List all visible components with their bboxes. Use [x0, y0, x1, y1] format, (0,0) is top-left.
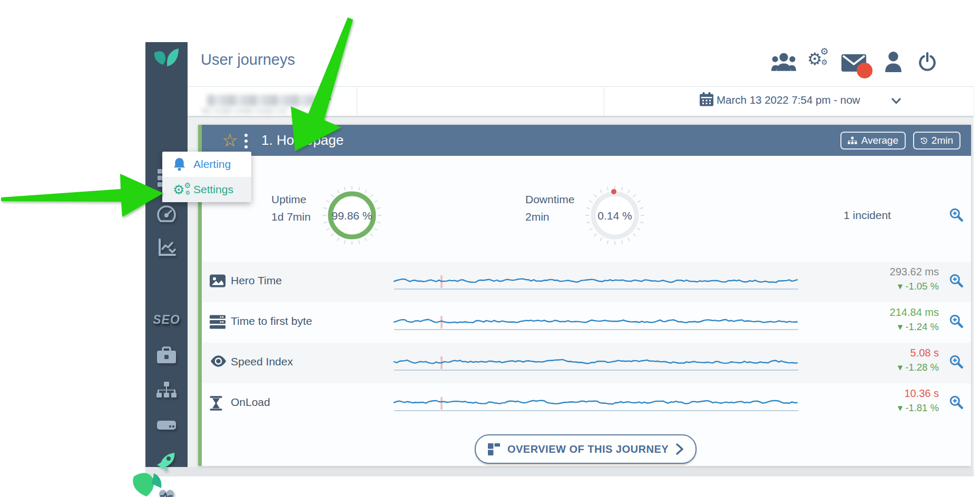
uptime-label: Uptime1d 7min: [271, 191, 311, 225]
metric-label: Time to first byte: [231, 315, 312, 327]
sidebar-item-reports-chart-icon[interactable]: [145, 238, 188, 257]
chevron-down-icon: [320, 97, 331, 105]
zoom-metric-icon[interactable]: [949, 395, 964, 412]
overview-journey-label: OVERVIEW OF THIS JOURNEY: [507, 443, 669, 455]
date-range-label[interactable]: March 13 2022 7:54 pm - now: [717, 94, 860, 106]
metric-row: Speed Index5.08 s▾ -1.28 %: [202, 343, 971, 383]
average-button[interactable]: Average: [840, 132, 906, 150]
downtime-label: Downtime2min: [525, 191, 574, 225]
metric-label: Hero Time: [231, 274, 282, 287]
profile-icon[interactable]: [884, 52, 903, 74]
metric-delta: ▾ -1.24 %: [841, 321, 939, 333]
team-icon[interactable]: [771, 53, 796, 73]
downtime-marker-dot: [611, 189, 616, 194]
chevron-right-icon: [676, 443, 683, 455]
journey-panel: ☆ 1. Homepage Average 2min Uptime1d 7min: [198, 125, 971, 466]
metric-value: 10.36 s: [841, 387, 939, 400]
account-dropdown[interactable]: [200, 90, 337, 113]
bottom-leaf-logo: [130, 468, 163, 497]
zoom-metric-icon[interactable]: [949, 354, 964, 371]
metric-sparkline: [392, 387, 800, 419]
screenshot-canvas: SEO: [0, 0, 980, 497]
calendar-icon: [700, 92, 713, 107]
average-button-label: Average: [861, 135, 898, 146]
metric-row: Hero Time293.62 ms▾ -1.05 %: [202, 262, 971, 302]
sidebar-item-servers-icon[interactable]: [145, 418, 188, 432]
image-icon: [210, 274, 226, 290]
sidebar-item-briefcase-icon[interactable]: [145, 346, 188, 364]
metric-sparkline: [392, 266, 800, 297]
divider: [357, 87, 357, 115]
metric-delta: ▾ -1.28 %: [841, 362, 939, 373]
redacted-account-sub: [202, 108, 287, 114]
server-icon: [210, 315, 226, 331]
uptime-percent: 99.86 %: [320, 210, 384, 222]
seo-label: SEO: [153, 313, 180, 327]
sidebar-item-speedometer-icon[interactable]: [145, 205, 188, 223]
metric-value: 5.08 s: [841, 347, 939, 359]
journey-title: 1. Homepage: [261, 132, 344, 148]
metric-delta: ▾ -1.05 %: [841, 281, 939, 292]
menu-item-alerting[interactable]: Alerting: [162, 152, 251, 177]
hourglass-icon: [210, 396, 222, 413]
metric-sparkline: [392, 347, 800, 379]
sidebar-item-sitemap-icon[interactable]: [145, 382, 188, 399]
page-background-bottom: [145, 467, 974, 476]
incident-count: 1 incident: [788, 209, 946, 222]
interval-button-label: 2min: [932, 135, 953, 146]
favorite-star-icon[interactable]: ☆: [222, 130, 238, 151]
metric-value: 293.62 ms: [841, 266, 939, 278]
page-title: User journeys: [201, 51, 295, 68]
settings-gears-icon[interactable]: ⚙⚙⚙: [807, 51, 822, 67]
sidebar-item-seo[interactable]: SEO: [145, 313, 188, 327]
bell-icon: [173, 157, 186, 171]
sitemap-icon: [848, 136, 857, 146]
interval-button[interactable]: 2min: [913, 132, 961, 150]
metric-row: Time to first byte214.84 ms▾ -1.24 %: [202, 302, 971, 343]
context-menu: Alerting ⚙⚙⚙ Settings: [162, 152, 251, 202]
metric-delta: ▾ -1.81 %: [841, 402, 939, 414]
zoom-metric-icon[interactable]: [949, 273, 964, 290]
menu-item-settings[interactable]: ⚙⚙⚙ Settings: [162, 177, 251, 202]
history-icon: [920, 135, 927, 146]
metric-value: 214.84 ms: [841, 306, 939, 319]
divider: [604, 87, 604, 115]
zoom-metric-icon[interactable]: [949, 314, 964, 331]
zoom-incidents-icon[interactable]: [949, 207, 964, 224]
eye-icon: [210, 355, 227, 369]
unread-badge: [857, 63, 873, 78]
app-logo-leaves[interactable]: [145, 47, 188, 73]
metric-label: OnLoad: [231, 396, 270, 409]
metric-label: Speed Index: [231, 355, 293, 368]
metric-sparkline: [392, 306, 800, 338]
gears-icon: ⚙⚙⚙: [173, 183, 186, 196]
arrow-to-settings: [1, 174, 163, 217]
menu-item-settings-label: Settings: [193, 183, 233, 196]
logout-power-icon[interactable]: [918, 52, 937, 74]
menu-item-alerting-label: Alerting: [193, 158, 231, 171]
dashboard-icon: [488, 443, 500, 455]
sidebar: SEO: [145, 42, 188, 467]
overview-journey-button[interactable]: OVERVIEW OF THIS JOURNEY: [475, 434, 697, 464]
messages-icon[interactable]: [841, 54, 876, 81]
kebab-menu-icon[interactable]: [244, 134, 248, 148]
chevron-down-icon[interactable]: [891, 98, 901, 104]
downtime-percent: 0.14 %: [583, 210, 646, 222]
date-range-picker[interactable]: [700, 92, 713, 109]
redacted-account-name: [207, 95, 316, 106]
metric-row: OnLoad10.36 s▾ -1.81 %: [202, 383, 971, 424]
